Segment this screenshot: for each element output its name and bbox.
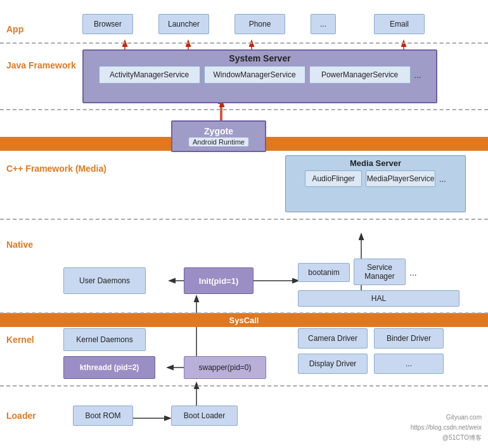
app-dots: ...: [311, 14, 336, 34]
app-browser: Browser: [82, 14, 133, 34]
power-manager-service: PowerManagerService: [309, 66, 411, 84]
syscall-bar: SysCall: [0, 313, 488, 327]
kernel-daemons-box: Kernel Daemons: [63, 328, 146, 351]
activity-manager-service: ActivityManagerService: [99, 66, 200, 84]
syscall-label: SysCall: [229, 316, 259, 325]
divider-app: [0, 42, 488, 44]
android-runtime: Android Runtime: [189, 138, 248, 146]
watermark: Gityuan.com https://blog.csdn.net/weix @…: [411, 413, 482, 443]
watermark-line1: Gityuan.com: [411, 413, 482, 423]
hal-box: HAL: [298, 290, 459, 307]
divider-java: [0, 109, 488, 110]
binder-driver-box: Binder Driver: [374, 328, 444, 349]
user-daemons: User Daemons: [63, 267, 146, 294]
system-server-title: System Server: [229, 53, 290, 63]
watermark-line2: https://blog.csdn.net/weix: [411, 423, 482, 433]
label-native: Native: [6, 240, 33, 250]
label-cpp-framework: C++ Framework (Media): [6, 163, 106, 174]
system-server-container: System Server ActivityManagerService Win…: [82, 49, 437, 103]
services-dots: ...: [414, 70, 421, 80]
android-architecture-diagram: App Browser Launcher Phone ... Email Jav…: [0, 0, 488, 448]
zygote-box: Zygote Android Runtime: [171, 120, 266, 152]
divider-native: [0, 312, 488, 314]
audio-flinger: AudioFlinger: [305, 170, 362, 187]
bootanim-box: bootanim: [298, 263, 350, 282]
media-player-service: MediaPlayerService: [366, 170, 435, 187]
boot-rom-box: Boot ROM: [73, 406, 133, 426]
media-server-title: Media Server: [350, 158, 401, 168]
watermark-line3: @51CTO博客: [411, 433, 482, 443]
app-phone: Phone: [234, 14, 285, 34]
kthreadd-box: kthreadd (pid=2): [63, 356, 155, 379]
init-box: Init(pid=1): [184, 267, 254, 294]
label-app: App: [6, 24, 23, 34]
zygote-title: Zygote: [204, 126, 233, 136]
camera-driver-box: Camera Driver: [298, 328, 368, 349]
app-email: Email: [374, 14, 425, 34]
label-kernel: Kernel: [6, 335, 34, 345]
swapper-box: swapper(pid=0): [184, 356, 266, 379]
native-dots: ...: [409, 267, 417, 278]
divider-cpp: [0, 219, 488, 220]
display-driver-box: Display Driver: [298, 354, 368, 374]
media-dots: ...: [439, 174, 446, 184]
kernel-dots-box: ...: [374, 354, 444, 374]
boot-loader-box: Boot Loader: [171, 406, 238, 426]
label-java-framework: Java Framework: [6, 60, 76, 70]
app-launcher: Launcher: [158, 14, 209, 34]
window-manager-service: WindowManagerService: [204, 66, 305, 84]
service-manager-box: Service Manager: [354, 259, 406, 285]
label-loader: Loader: [6, 411, 36, 421]
media-server-container: Media Server AudioFlinger MediaPlayerSer…: [285, 155, 466, 212]
divider-kernel: [0, 385, 488, 387]
